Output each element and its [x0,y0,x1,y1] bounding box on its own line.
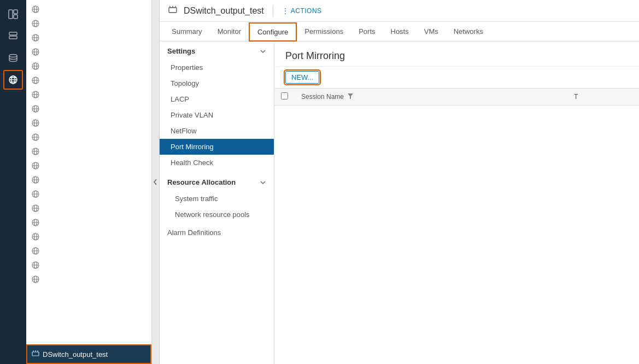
tree-item[interactable] [26,215,151,230]
nav-panel: DSwitch_output_test [26,0,152,364]
tab-hosts[interactable]: Hosts [383,23,417,41]
col-session-name[interactable]: Session Name [295,89,567,105]
network-node-icon [31,90,40,99]
actions-button[interactable]: ⋮ ACTIONS [282,7,322,15]
tab-configure[interactable]: Configure [249,22,297,42]
table-area: Session Name T [274,88,639,364]
panel-toolbar: NEW... [274,67,639,88]
network-node-icon [31,246,40,256]
col-type[interactable]: T [567,89,639,105]
tab-bar: Summary Monitor Configure Permissions Po… [160,22,639,42]
session-table: Session Name T [274,88,639,105]
chevron-down-icon-2 [260,179,266,186]
tab-vms[interactable]: VMs [417,23,446,41]
tree-item[interactable] [26,130,151,144]
network-node-icon [31,175,40,185]
config-item-network-resource-pools[interactable]: Network resource pools [160,207,274,222]
panel-icon-btn[interactable] [3,4,23,24]
tree-item[interactable] [26,87,151,102]
network-node-icon [31,61,40,71]
svg-rect-75 [169,8,177,13]
tree-item[interactable] [26,201,151,215]
db-icon-btn[interactable] [3,48,23,68]
tree-item[interactable] [26,116,151,130]
new-button[interactable]: NEW... [285,71,319,84]
network-node-icon [31,47,40,57]
tree-item[interactable] [26,272,151,286]
col-checkbox [274,89,295,105]
tree-item[interactable] [26,230,151,244]
tree-item[interactable] [26,244,151,258]
top-bar: DSwitch_output_test ⋮ ACTIONS [160,0,639,22]
main-content: DSwitch_output_test ⋮ ACTIONS Summary Mo… [160,0,639,364]
svg-rect-2 [14,15,17,19]
tab-permissions[interactable]: Permissions [297,23,351,41]
main-panel: Port Mirroring NEW... Session Name [274,42,639,364]
config-item-system-traffic[interactable]: System traffic [160,191,274,207]
session-name-label: Session Name [301,93,344,101]
tree-item[interactable] [26,45,151,59]
content-split: Settings Properties Topology LACP Privat… [160,42,639,364]
dswitch-bottom-item[interactable]: DSwitch_output_test [26,344,151,364]
config-item-netflow[interactable]: NetFlow [160,123,274,139]
svg-rect-1 [14,10,17,14]
left-sidebar [0,0,26,364]
tab-summary[interactable]: Summary [164,23,210,41]
svg-rect-71 [32,352,39,356]
tree-item[interactable] [26,173,151,187]
tab-networks[interactable]: Networks [446,23,491,41]
network-node-icon [31,75,40,85]
title-divider [273,5,273,16]
network-node-icon [31,33,40,43]
dswitch-icon [32,350,39,359]
config-item-health-check[interactable]: Health Check [160,155,274,171]
tree-item[interactable] [26,73,151,87]
network-node-icon [31,260,40,270]
network-node-icon [31,274,40,284]
network-node-icon [31,203,40,213]
network-node-icon [31,104,40,114]
config-item-properties[interactable]: Properties [160,60,274,75]
chevron-down-icon [260,48,266,55]
config-item-port-mirroring[interactable]: Port Mirroring [160,139,274,155]
svg-rect-0 [9,10,13,19]
settings-label: Settings [167,47,195,55]
tree-item[interactable] [26,102,151,116]
tab-monitor[interactable]: Monitor [210,23,249,41]
actions-label: ACTIONS [291,7,322,15]
network-node-icon [31,232,40,242]
network-node-icon [31,218,40,227]
tree-item[interactable] [26,31,151,45]
config-item-alarm-definitions[interactable]: Alarm Definitions [160,225,274,240]
network-node-icon [31,146,40,156]
svg-marker-79 [348,93,353,99]
select-all-checkbox[interactable] [281,92,288,99]
network-node-icon [31,4,40,14]
configure-sidebar: Settings Properties Topology LACP Privat… [160,42,274,364]
actions-dots-icon: ⋮ [282,7,289,15]
network-icon-btn[interactable] [3,70,23,90]
tree-item[interactable] [26,144,151,158]
collapse-handle[interactable] [152,0,160,364]
stack-icon-btn[interactable] [3,26,23,46]
panel-title: Port Mirroring [274,42,639,67]
tree-item[interactable] [26,258,151,272]
resource-icon [168,5,177,16]
resource-section-header[interactable]: Resource Allocation [160,173,274,191]
svg-rect-3 [9,32,17,35]
funnel-icon [348,93,353,99]
filter-icon[interactable] [348,93,353,99]
tree-item[interactable] [26,2,151,16]
tree-item[interactable] [26,187,151,201]
tree-item[interactable] [26,59,151,73]
tab-ports[interactable]: Ports [351,23,383,41]
tree-item[interactable] [26,158,151,173]
config-item-topology[interactable]: Topology [160,75,274,91]
tree-item[interactable] [26,16,151,31]
network-node-icon [31,118,40,128]
config-item-private-vlan[interactable]: Private VLAN [160,107,274,123]
type-label: T [574,93,578,101]
settings-section-header[interactable]: Settings [160,42,274,60]
svg-point-5 [9,55,17,57]
config-item-lacp[interactable]: LACP [160,91,274,107]
